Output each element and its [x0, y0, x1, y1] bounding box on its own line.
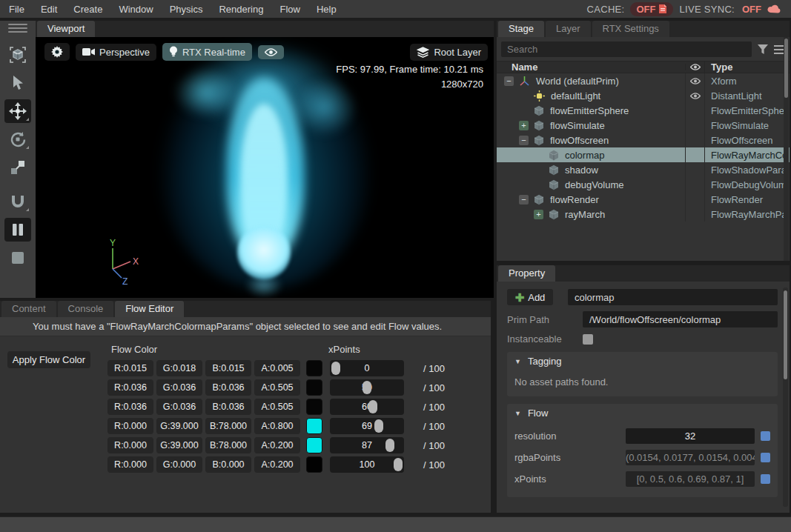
flow-color-g-field[interactable]: G:0.018: [156, 360, 202, 376]
slider-handle[interactable]: [385, 439, 394, 452]
slider-handle[interactable]: [394, 458, 403, 471]
flow-color-g-field[interactable]: G:39.000: [156, 418, 202, 434]
pause-playback-tool[interactable]: [4, 218, 31, 242]
selection-mode-tool[interactable]: [4, 43, 31, 67]
xpoints-state-box[interactable]: [761, 474, 770, 484]
flow-color-r-field[interactable]: R:0.000: [107, 418, 153, 434]
flow-color-b-field[interactable]: B:78.000: [205, 418, 251, 434]
expand-icon[interactable]: +: [534, 210, 543, 219]
stage-row-flowRender[interactable]: −flowRenderFlowRender: [497, 192, 790, 207]
stage-row-rayMarch[interactable]: +rayMarchFlowRayMarchPa: [497, 207, 790, 222]
stage-row-defaultLight[interactable]: defaultLightDistantLight: [497, 88, 790, 103]
collapse-icon[interactable]: −: [504, 76, 514, 86]
color-swatch[interactable]: [306, 437, 322, 453]
prim-name-field[interactable]: colormap: [568, 289, 778, 305]
color-swatch[interactable]: [306, 399, 322, 415]
flow-color-r-field[interactable]: R:0.015: [107, 360, 153, 376]
stage-row-colormap[interactable]: colormapFlowRayMarchCo: [497, 147, 790, 162]
tab-stage[interactable]: Stage: [498, 21, 544, 37]
flow-section-header[interactable]: ▼ Flow: [507, 404, 778, 422]
slider-handle[interactable]: [368, 400, 377, 413]
select-tool[interactable]: [4, 71, 31, 95]
collapse-icon[interactable]: −: [519, 195, 529, 205]
flow-color-g-field[interactable]: G:0.036: [156, 399, 202, 415]
flow-color-a-field[interactable]: A:0.800: [254, 418, 300, 434]
toolbar-grip[interactable]: [8, 24, 27, 33]
slider-handle[interactable]: [374, 419, 383, 433]
scale-tool[interactable]: [4, 156, 31, 179]
flow-color-a-field[interactable]: A:0.200: [254, 437, 300, 453]
live-sync-state[interactable]: OFF: [742, 4, 761, 15]
prim-path-field[interactable]: /World/flowOffscreen/colormap: [583, 311, 778, 327]
stage-row-flowSimulate[interactable]: +flowSimulateFlowSimulate: [497, 118, 790, 133]
flow-color-r-field[interactable]: R:0.036: [107, 399, 153, 415]
apply-flow-color-button[interactable]: Apply Flow Color: [7, 351, 90, 368]
rgbapoints-field[interactable]: [(0.0154, 0.0177, 0.0154, 0.004: [626, 450, 755, 465]
menu-physics[interactable]: Physics: [170, 4, 203, 15]
rgbapoints-state-box[interactable]: [761, 453, 770, 462]
menu-create[interactable]: Create: [73, 4, 102, 15]
add-property-button[interactable]: ✚ Add: [507, 289, 553, 305]
filter-icon[interactable]: [758, 44, 768, 54]
rotate-tool[interactable]: [4, 127, 31, 151]
color-swatch[interactable]: [306, 360, 322, 376]
slider-handle[interactable]: [363, 381, 371, 394]
xpoint-slider[interactable]: 100: [330, 456, 404, 473]
stop-playback-tool[interactable]: [4, 246, 31, 270]
search-input[interactable]: [501, 41, 752, 57]
menu-window[interactable]: Window: [119, 4, 153, 15]
stage-scrollbar[interactable]: [784, 37, 789, 261]
cache-toggle[interactable]: OFF: [630, 2, 673, 16]
property-scrollbar[interactable]: [783, 287, 788, 507]
xpoint-slider[interactable]: 60: [330, 399, 404, 415]
tab-rtx-settings[interactable]: RTX Settings: [592, 21, 669, 37]
visibility-eye-icon[interactable]: [685, 73, 704, 88]
stage-row-debugVolume[interactable]: debugVolumeFlowDebugVolum: [497, 177, 790, 192]
collapse-icon[interactable]: −: [519, 136, 529, 145]
tab-flow-editor[interactable]: Flow Editor: [115, 301, 184, 317]
instanceable-checkbox[interactable]: [583, 334, 593, 345]
viewport-render-area[interactable]: Perspective RTX Real-time: [36, 37, 494, 298]
xpoint-slider[interactable]: 87: [330, 437, 404, 453]
menu-help[interactable]: Help: [317, 4, 337, 15]
flow-color-a-field[interactable]: A:0.005: [254, 360, 300, 376]
tab-layer[interactable]: Layer: [546, 21, 591, 37]
flow-color-b-field[interactable]: B:0.000: [205, 456, 251, 473]
xpoints-field[interactable]: [0, 0.5, 0.6, 0.69, 0.87, 1]: [626, 471, 755, 487]
stage-row-shadow[interactable]: shadowFlowShadowPara: [497, 162, 790, 177]
flow-color-r-field[interactable]: R:0.036: [107, 379, 153, 396]
tab-content[interactable]: Content: [1, 301, 56, 317]
slider-handle[interactable]: [331, 362, 340, 375]
flow-color-b-field[interactable]: B:78.000: [205, 437, 251, 453]
type-column-header[interactable]: Type: [704, 61, 790, 73]
flow-color-b-field[interactable]: B:0.015: [205, 360, 251, 376]
resolution-state-box[interactable]: [761, 431, 770, 441]
stage-row-flowEmitterSphere[interactable]: flowEmitterSphereFlowEmitterSphe: [497, 103, 790, 118]
tagging-section-header[interactable]: ▼ Tagging: [507, 352, 778, 370]
flow-color-a-field[interactable]: A:0.505: [254, 379, 300, 396]
flow-color-r-field[interactable]: R:0.000: [107, 456, 153, 473]
flow-color-b-field[interactable]: B:0.036: [205, 399, 251, 415]
tab-console[interactable]: Console: [58, 301, 114, 317]
root-layer-button[interactable]: Root Layer: [410, 44, 488, 61]
xpoint-slider[interactable]: 69: [330, 418, 404, 434]
flow-color-g-field[interactable]: G:39.000: [156, 437, 202, 453]
menu-flow[interactable]: Flow: [279, 4, 299, 15]
tab-property[interactable]: Property: [498, 265, 555, 282]
resolution-field[interactable]: 32: [626, 428, 755, 444]
move-tool[interactable]: [4, 99, 31, 123]
viewport-settings-button[interactable]: [44, 43, 70, 61]
visibility-button[interactable]: [258, 45, 284, 59]
flow-color-b-field[interactable]: B:0.036: [205, 379, 251, 396]
color-swatch[interactable]: [306, 418, 322, 434]
visibility-eye-icon[interactable]: [685, 88, 704, 103]
menu-file[interactable]: File: [9, 4, 24, 15]
tab-viewport[interactable]: Viewport: [37, 21, 95, 37]
flow-color-g-field[interactable]: G:0.000: [156, 456, 202, 473]
name-column-header[interactable]: Name: [497, 61, 685, 73]
visibility-column-header[interactable]: [685, 64, 704, 70]
stage-row-World[interactable]: −World (defaultPrim)Xform: [497, 73, 790, 88]
renderer-selector-button[interactable]: RTX Real-time: [162, 43, 252, 61]
flow-color-a-field[interactable]: A:0.505: [254, 399, 300, 415]
menu-rendering[interactable]: Rendering: [219, 4, 263, 15]
